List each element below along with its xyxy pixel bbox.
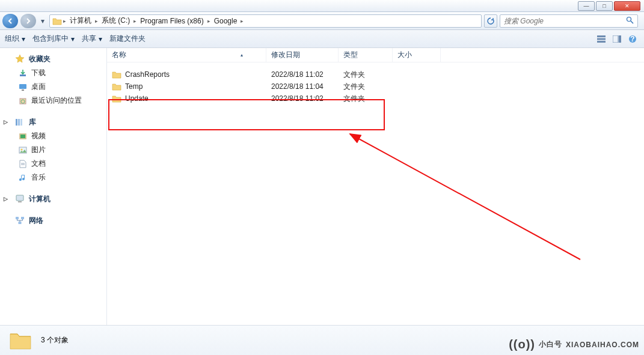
table-row[interactable]: Update2022/8/18 11:02文件夹 <box>107 93 644 105</box>
include-in-library-menu[interactable]: 包含到库中 ▾ <box>32 34 75 44</box>
refresh-button[interactable] <box>484 14 497 28</box>
file-date: 2022/8/18 11:02 <box>266 70 339 79</box>
column-type[interactable]: 类型 <box>339 48 393 62</box>
svg-rect-16 <box>20 119 22 126</box>
sidebar-item-label: 桌面 <box>31 82 46 92</box>
table-row[interactable]: Temp2022/8/18 11:04文件夹 <box>107 80 644 93</box>
sidebar-item-recent[interactable]: 最近访问的位置 <box>0 94 106 108</box>
sidebar-item-label: 图片 <box>31 145 46 155</box>
document-icon <box>18 159 28 169</box>
file-name: Update <box>125 94 149 103</box>
sidebar-item-label: 最近访问的位置 <box>31 96 82 106</box>
sort-asc-icon: ▴ <box>241 52 261 58</box>
new-folder-button[interactable]: 新建文件夹 <box>109 34 146 44</box>
chevron-down-icon: ▾ <box>22 35 25 43</box>
svg-rect-11 <box>22 90 24 91</box>
svg-point-0 <box>627 17 631 21</box>
arrow-left-icon <box>7 17 14 25</box>
share-menu[interactable]: 共享 ▾ <box>82 34 102 44</box>
sidebar-item-music[interactable]: 音乐 <box>0 171 106 184</box>
svg-rect-3 <box>597 38 606 40</box>
file-type: 文件夹 <box>339 70 393 80</box>
watermark-domain: XIAOBAIHAO.COM <box>566 341 639 349</box>
svg-point-20 <box>21 148 23 150</box>
svg-rect-15 <box>18 119 20 126</box>
expand-icon: ▷ <box>4 119 8 125</box>
chevron-right-icon: ▸ <box>133 18 136 24</box>
library-icon <box>14 117 25 127</box>
libraries-header[interactable]: ▷ 库 <box>0 115 106 129</box>
sidebar-item-desktop[interactable]: 桌面 <box>0 80 106 94</box>
table-row[interactable]: CrashReports2022/8/18 11:02文件夹 <box>107 68 644 80</box>
file-name: CrashReports <box>125 70 170 79</box>
column-size[interactable]: 大小 <box>393 48 441 62</box>
share-label: 共享 <box>82 34 96 44</box>
search-box[interactable] <box>500 14 638 28</box>
command-bar: 组织 ▾ 包含到库中 ▾ 共享 ▾ 新建文件夹 ? <box>0 30 644 48</box>
history-dropdown[interactable]: ▾ <box>38 17 47 25</box>
close-button[interactable]: ✕ <box>614 1 640 11</box>
expand-icon: ▷ <box>4 196 8 202</box>
help-button[interactable]: ? <box>626 32 639 46</box>
organize-label: 组织 <box>5 34 19 44</box>
file-list: 名称▴ 修改日期 类型 大小 CrashReports2022/8/18 11:… <box>107 48 644 325</box>
navigation-pane: 收藏夹 下载 桌面 最近访问的位置 ▷ 库 视频 图片 文档 音乐 ▷ 计算机 <box>0 48 107 325</box>
star-icon <box>14 53 25 64</box>
breadcrumb[interactable]: Google <box>212 17 240 25</box>
music-icon <box>18 173 28 183</box>
svg-rect-2 <box>597 35 606 37</box>
sidebar-item-videos[interactable]: 视频 <box>0 129 106 143</box>
download-icon <box>18 68 28 78</box>
back-button[interactable] <box>2 14 18 28</box>
chevron-down-icon: ▾ <box>71 35 75 43</box>
favorites-label: 收藏夹 <box>29 54 51 64</box>
svg-rect-4 <box>597 41 606 43</box>
column-name[interactable]: 名称▴ <box>107 48 266 62</box>
file-date: 2022/8/18 11:04 <box>266 82 339 91</box>
organize-menu[interactable]: 组织 ▾ <box>5 34 25 44</box>
breadcrumb[interactable]: 系统 (C:) <box>99 16 132 26</box>
network-icon <box>14 215 25 226</box>
sidebar-item-downloads[interactable]: 下载 <box>0 66 106 80</box>
minimize-button[interactable]: — <box>578 1 595 11</box>
status-bar: 3 个对象 ((o)) 小白号 XIAOBAIHAO.COM <box>0 325 644 355</box>
svg-rect-24 <box>18 201 22 202</box>
file-type: 文件夹 <box>339 94 393 104</box>
sidebar-item-label: 音乐 <box>31 172 46 183</box>
maximize-button[interactable]: □ <box>596 1 613 11</box>
sidebar-item-pictures[interactable]: 图片 <box>0 143 106 157</box>
sidebar-item-label: 文档 <box>31 159 46 169</box>
view-icon <box>597 35 606 43</box>
help-icon: ? <box>628 35 637 43</box>
svg-rect-10 <box>19 84 26 89</box>
svg-rect-27 <box>19 222 22 224</box>
preview-pane-button[interactable] <box>610 32 624 46</box>
svg-text:?: ? <box>630 35 634 43</box>
sidebar-item-documents[interactable]: 文档 <box>0 157 106 171</box>
svg-rect-25 <box>16 217 19 219</box>
column-date[interactable]: 修改日期 <box>266 48 339 62</box>
chevron-right-icon: ▸ <box>207 18 210 24</box>
breadcrumb[interactable]: Program Files (x86) <box>138 17 206 25</box>
desktop-icon <box>18 82 28 92</box>
view-button[interactable] <box>595 32 608 46</box>
navigation-bar: ▾ ▸ 计算机 ▸ 系统 (C:) ▸ Program Files (x86) … <box>0 12 644 30</box>
folder-icon <box>8 330 32 351</box>
forward-button[interactable] <box>20 14 36 28</box>
title-bar: — □ ✕ <box>0 0 644 12</box>
computer-header[interactable]: ▷ 计算机 <box>0 192 106 206</box>
video-icon <box>18 132 28 141</box>
libraries-label: 库 <box>29 117 36 127</box>
favorites-header[interactable]: 收藏夹 <box>0 52 106 66</box>
include-label: 包含到库中 <box>32 34 69 44</box>
breadcrumb[interactable]: 计算机 <box>67 16 94 26</box>
address-bar[interactable]: ▸ 计算机 ▸ 系统 (C:) ▸ Program Files (x86) ▸ … <box>49 14 482 28</box>
newfolder-label: 新建文件夹 <box>109 34 146 44</box>
network-header[interactable]: 网络 <box>0 213 106 228</box>
preview-icon <box>613 35 621 43</box>
search-input[interactable] <box>504 17 624 25</box>
svg-rect-26 <box>21 217 24 219</box>
folder-icon <box>112 70 121 79</box>
svg-rect-14 <box>16 119 17 126</box>
network-label: 网络 <box>29 216 43 226</box>
